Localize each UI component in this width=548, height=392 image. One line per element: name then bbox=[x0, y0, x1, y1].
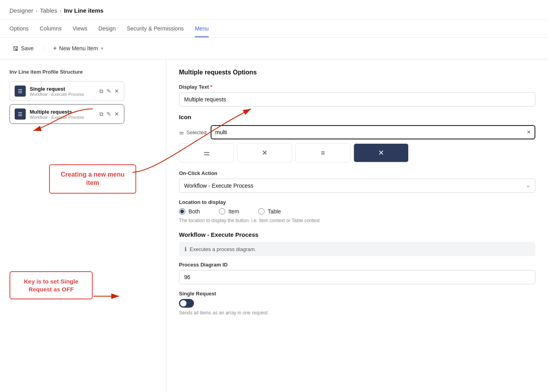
single-request-field: Single Request Sends all items as an arr… bbox=[179, 291, 535, 316]
item-name-1: Single request bbox=[30, 86, 95, 92]
icon-selected-row: ⚌ Selected × bbox=[179, 125, 535, 139]
icon-search-input[interactable] bbox=[215, 129, 527, 135]
workflow-title: Workflow - Execute Process bbox=[179, 231, 535, 238]
tabs-bar: Options Columns Views Design Security & … bbox=[0, 20, 548, 38]
edit-icon-1[interactable]: ✎ bbox=[107, 88, 111, 94]
radio-table-input[interactable] bbox=[258, 208, 264, 215]
on-click-action-field: On-Click Action Workflow - Execute Proce… bbox=[179, 170, 535, 193]
icon-clear-btn[interactable]: × bbox=[527, 129, 531, 136]
toolbar: 🖫 Save + New Menu Item ▾ bbox=[0, 38, 548, 59]
save-button[interactable]: 🖫 Save bbox=[10, 44, 37, 53]
breadcrumb: Designer › Tables › Inv Line items bbox=[0, 0, 548, 20]
on-click-action-select-wrapper: Workflow - Execute Process bbox=[179, 179, 535, 193]
link-icon-2[interactable]: ⧉ bbox=[99, 111, 103, 118]
required-star: * bbox=[210, 84, 212, 90]
icon-cell-3[interactable]: ≡ bbox=[295, 143, 350, 162]
item-info-2: Multiple requests Workflow - Execute Pro… bbox=[30, 109, 95, 120]
menu-item-row: ☰ Single request Workflow - Execute Proc… bbox=[10, 81, 124, 101]
right-panel-title: Multiple requests Options bbox=[179, 69, 535, 76]
location-label: Location to display bbox=[179, 199, 535, 205]
radio-both[interactable]: Both bbox=[179, 208, 200, 215]
tab-views[interactable]: Views bbox=[73, 20, 88, 37]
breadcrumb-current: Inv Line items bbox=[64, 7, 103, 14]
tab-design[interactable]: Design bbox=[99, 20, 116, 37]
icon-section: Icon ⚌ Selected × ⚌ ✕ ≡ ✕ bbox=[179, 114, 535, 162]
display-text-label: Display Text * bbox=[179, 84, 535, 90]
toolbar-divider bbox=[43, 44, 44, 52]
info-icon: ℹ bbox=[185, 246, 186, 252]
delete-icon-2[interactable]: ✕ bbox=[114, 111, 119, 117]
icon-section-label: Icon bbox=[179, 114, 535, 120]
edit-icon-2[interactable]: ✎ bbox=[107, 111, 111, 117]
drag-handle-1[interactable]: ☰ bbox=[15, 86, 26, 97]
new-menu-item-button[interactable]: + New Menu Item ▾ bbox=[50, 43, 107, 53]
radio-item-input[interactable] bbox=[219, 208, 225, 215]
delete-icon-1[interactable]: ✕ bbox=[114, 88, 119, 94]
tab-menu[interactable]: Menu bbox=[195, 20, 209, 37]
info-bar: ℹ Executes a process diagram. bbox=[179, 242, 535, 256]
radio-table[interactable]: Table bbox=[258, 208, 281, 215]
single-request-label: Single Request bbox=[179, 291, 535, 297]
workflow-section: Workflow - Execute Process ℹ Executes a … bbox=[179, 231, 535, 316]
radio-both-label: Both bbox=[188, 208, 200, 215]
left-panel-title: Inv Line item Profile Structure bbox=[10, 69, 156, 75]
location-hint: The location to display the button. i.e.… bbox=[179, 218, 535, 223]
radio-table-label: Table bbox=[268, 208, 281, 215]
drag-handle-2[interactable]: ☰ bbox=[15, 108, 26, 120]
process-diagram-label: Process Diagram ID bbox=[179, 262, 535, 268]
save-label: Save bbox=[21, 45, 34, 51]
save-icon: 🖫 bbox=[13, 45, 19, 52]
right-panel: Multiple requests Options Display Text *… bbox=[166, 59, 548, 392]
radio-group: Both Item Table bbox=[179, 208, 535, 215]
menu-item-row-2: ☰ Multiple requests Workflow - Execute P… bbox=[10, 104, 124, 124]
display-text-input[interactable] bbox=[179, 92, 535, 107]
left-panel: Inv Line item Profile Structure ☰ Single… bbox=[0, 59, 166, 392]
item-info-1: Single request Workflow - Execute Proces… bbox=[30, 86, 95, 97]
tab-security[interactable]: Security & Permissions bbox=[127, 20, 184, 37]
icon-cell-4[interactable]: ✕ bbox=[354, 143, 409, 162]
plus-icon: + bbox=[53, 45, 57, 52]
radio-item[interactable]: Item bbox=[219, 208, 239, 215]
icon-cell-2[interactable]: ✕ bbox=[237, 143, 292, 162]
icon-search-box[interactable]: × bbox=[211, 125, 535, 139]
breadcrumb-tables[interactable]: Tables bbox=[40, 7, 57, 14]
icon-grid: ⚌ ✕ ≡ ✕ bbox=[179, 143, 409, 162]
on-click-action-select[interactable]: Workflow - Execute Process bbox=[179, 179, 535, 193]
list-icon: ⚌ bbox=[179, 129, 184, 135]
icon-cell-1[interactable]: ⚌ bbox=[179, 143, 234, 162]
location-field: Location to display Both Item Table The … bbox=[179, 199, 535, 223]
single-request-hint: Sends all items as an array in one reque… bbox=[179, 310, 535, 316]
menu-items-list: ☰ Single request Workflow - Execute Proc… bbox=[10, 81, 124, 124]
icon-selected-indicator: ⚌ Selected bbox=[179, 129, 207, 135]
radio-both-input[interactable] bbox=[179, 208, 185, 215]
breadcrumb-sep-2: › bbox=[59, 7, 61, 14]
radio-item-label: Item bbox=[228, 208, 239, 215]
breadcrumb-sep-1: › bbox=[36, 7, 38, 14]
item-actions-1: ⧉ ✎ ✕ bbox=[99, 88, 119, 95]
process-diagram-input[interactable] bbox=[179, 270, 535, 284]
annotation-creating: Creating a new menu item bbox=[49, 164, 136, 194]
arrow-to-toggle bbox=[93, 290, 125, 302]
item-sub-1: Workflow - Execute Process bbox=[30, 92, 95, 97]
link-icon-1[interactable]: ⧉ bbox=[99, 88, 103, 95]
annotation-single-request: Key is to set Single Request as OFF bbox=[10, 271, 93, 299]
item-actions-2: ⧉ ✎ ✕ bbox=[99, 111, 119, 118]
item-name-2: Multiple requests bbox=[30, 109, 95, 115]
breadcrumb-designer[interactable]: Designer bbox=[10, 7, 33, 14]
tab-options[interactable]: Options bbox=[10, 20, 29, 37]
toggle-slider bbox=[179, 299, 194, 308]
tab-columns[interactable]: Columns bbox=[40, 20, 61, 37]
item-sub-2: Workflow - Execute Process bbox=[30, 115, 95, 120]
new-menu-item-label: New Menu Item bbox=[59, 45, 98, 51]
on-click-action-label: On-Click Action bbox=[179, 170, 535, 176]
display-text-field: Display Text * bbox=[179, 84, 535, 107]
info-text: Executes a process diagram. bbox=[190, 246, 256, 252]
process-diagram-field: Process Diagram ID bbox=[179, 262, 535, 284]
single-request-toggle[interactable] bbox=[179, 299, 194, 308]
chevron-down-icon: ▾ bbox=[101, 46, 103, 51]
selected-label-text: Selected bbox=[186, 129, 207, 135]
